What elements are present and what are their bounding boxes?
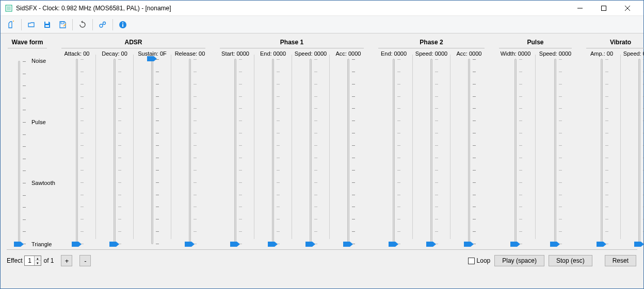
slider-thumb[interactable]	[510, 241, 521, 247]
slider[interactable]	[221, 59, 250, 244]
slider-thumb[interactable]	[147, 56, 157, 62]
slider-thumb[interactable]	[550, 241, 560, 247]
open-icon[interactable]	[24, 18, 39, 32]
column-separator	[329, 55, 330, 239]
app-icon	[5, 4, 13, 12]
svg-rect-3	[602, 6, 606, 10]
column-separator	[450, 55, 450, 239]
slider-thumb[interactable]	[464, 241, 474, 247]
slider-thumb[interactable]	[14, 241, 24, 247]
slider-thumb[interactable]	[634, 241, 644, 247]
slider[interactable]	[417, 59, 446, 244]
play-button[interactable]: Play (space)	[494, 255, 544, 266]
window-title: SidSFX - Clock: 0.982 MHz (MOS6581, PAL)…	[16, 5, 171, 12]
group-header: ADSR	[59, 38, 207, 48]
slider-column: Width: 0000	[497, 50, 534, 244]
slider[interactable]	[379, 59, 408, 244]
group-header: Wave form	[6, 38, 49, 48]
slider-label: Speed: 0000	[539, 50, 571, 57]
group-header: Pulse	[497, 38, 574, 48]
slider-thumb[interactable]	[305, 241, 316, 247]
remove-effect-button[interactable]: -	[79, 255, 91, 266]
slider-thumb[interactable]	[72, 241, 82, 247]
slider-label: Acc: 0000	[457, 50, 482, 57]
save-as-icon[interactable]	[55, 18, 70, 32]
slider[interactable]	[625, 59, 644, 244]
slider[interactable]	[501, 59, 530, 244]
slider-thumb[interactable]	[426, 241, 437, 247]
slider-label: Speed: 0000	[623, 50, 644, 57]
minimize-button[interactable]	[568, 1, 592, 16]
slider-column: NoisePulseSawtoothTriangle	[6, 50, 49, 244]
slider-thumb[interactable]	[597, 241, 607, 247]
slider[interactable]	[62, 59, 91, 244]
slider[interactable]	[175, 59, 204, 244]
titlebar: SidSFX - Clock: 0.982 MHz (MOS6581, PAL)…	[1, 1, 643, 16]
slider-column: Speed: 0000	[293, 50, 328, 244]
loop-checkbox[interactable]: Loop	[468, 257, 491, 264]
waveform-tick-label: Pulse	[31, 119, 46, 125]
slider-label: Attack: 00	[65, 50, 90, 57]
save-icon[interactable]	[39, 18, 55, 32]
content-area: Wave formNoisePulseSawtoothTriangleADSRA…	[1, 33, 643, 288]
waveform-tick-label: Noise	[31, 58, 46, 64]
slider[interactable]	[541, 59, 570, 244]
svg-rect-13	[122, 22, 123, 23]
effect-spin-up[interactable]: ▴	[35, 256, 41, 261]
slider[interactable]	[334, 59, 363, 244]
slider-column: End: 0000	[255, 50, 291, 244]
slider-column: Speed: 0000	[414, 50, 449, 244]
slider[interactable]	[100, 59, 129, 244]
slider[interactable]: NoisePulseSawtoothTriangle	[9, 61, 29, 244]
slider-thumb[interactable]	[109, 241, 120, 247]
svg-rect-1	[7, 6, 11, 10]
info-icon[interactable]	[115, 18, 131, 32]
slider-column: Sustain: 0F	[135, 50, 170, 244]
reset-button[interactable]: Reset	[605, 255, 636, 266]
slider-label: Decay: 00	[102, 50, 127, 57]
footer: Effect ▴ ▾ of 1 + - Loop	[6, 254, 638, 268]
slider-column: Attack: 00	[59, 50, 94, 244]
refresh-icon[interactable]	[75, 18, 90, 32]
slider-column: Speed: 0000	[622, 50, 644, 244]
slider-column: Start: 0000	[218, 50, 253, 244]
slider[interactable]	[587, 59, 616, 244]
new-icon[interactable]	[4, 18, 19, 32]
stop-button[interactable]: Stop (esc)	[549, 255, 592, 266]
slider[interactable]	[259, 59, 287, 244]
svg-rect-12	[122, 24, 123, 27]
cycle-icon[interactable]	[95, 18, 110, 32]
effect-spin-down[interactable]: ▾	[35, 261, 41, 265]
group: ADSRAttack: 00Decay: 00Sustain: 0FReleas…	[59, 38, 207, 244]
group: PulseWidth: 0000Speed: 0000	[497, 38, 574, 244]
slider-thumb[interactable]	[268, 241, 278, 247]
slider-thumb[interactable]	[230, 241, 240, 247]
slider[interactable]	[455, 59, 484, 244]
effect-number-field[interactable]: ▴ ▾	[24, 256, 41, 266]
slider-thumb[interactable]	[389, 241, 399, 247]
group: VibratoAmp.: 00Speed: 0000	[584, 38, 644, 244]
slider[interactable]	[138, 59, 167, 244]
effect-label: Effect	[7, 257, 22, 264]
slider-column: Amp.: 00	[584, 50, 619, 244]
maximize-button[interactable]	[592, 1, 616, 16]
group: Wave formNoisePulseSawtoothTriangle	[6, 38, 49, 244]
add-effect-button[interactable]: +	[61, 255, 72, 266]
slider-label: Start: 0000	[221, 50, 249, 57]
close-button[interactable]	[616, 1, 639, 16]
column-separator	[535, 55, 536, 239]
column-separator	[254, 55, 254, 239]
svg-rect-7	[45, 25, 49, 27]
slider-label: Amp.: 00	[590, 50, 613, 57]
slider-thumb[interactable]	[343, 241, 353, 247]
column-separator	[133, 55, 134, 239]
group-header: Phase 1	[218, 38, 366, 48]
group: Phase 1Start: 0000End: 0000Speed: 0000Ac…	[218, 38, 366, 244]
slider-column: Acc: 0000	[331, 50, 366, 244]
slider[interactable]	[296, 59, 325, 244]
slider-label: Speed: 0000	[415, 50, 447, 57]
effect-number-input[interactable]	[25, 257, 34, 264]
slider-thumb[interactable]	[185, 241, 195, 247]
slider-label: End: 0000	[381, 50, 407, 57]
slider-label: Width: 0000	[501, 50, 531, 57]
